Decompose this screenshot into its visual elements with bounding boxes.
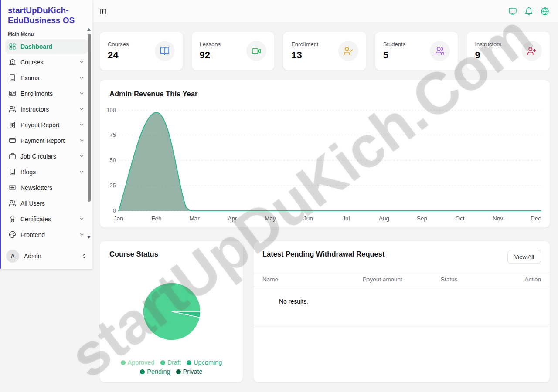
chevron-down-icon (79, 138, 85, 143)
svg-text:Feb: Feb (151, 215, 161, 222)
sidebar-item-label: All Users (20, 200, 45, 207)
column-payout-amount: Payout amount (363, 276, 441, 283)
stat-card-students: Students 5 (375, 31, 459, 71)
sidebar-item-label: Job Circulars (20, 153, 56, 160)
sidebar-toggle-button[interactable] (100, 8, 107, 15)
empty-text: No results. (279, 298, 308, 305)
bell-icon[interactable] (524, 7, 533, 16)
stats-row: Courses 24 Lessons 92 Enrollment 13 (99, 31, 550, 71)
sidebar-item-label: Blogs (20, 169, 36, 176)
id-card-icon (9, 90, 16, 97)
revenue-area-chart: 0 25 50 75 100 Jan Feb Mar Apr May Jun J… (100, 80, 550, 228)
chevron-down-icon (79, 91, 85, 96)
sidebar-item-dashboard[interactable]: Dashboard (5, 39, 88, 54)
sidebar-item-frontend[interactable]: Frontend (5, 227, 88, 242)
sidebar-item-blogs[interactable]: Blogs (5, 165, 88, 179)
sidebar: startUpDuKich-EduBusiness OS Main Menu D… (0, 0, 93, 269)
sidebar-item-payment-report[interactable]: Payment Report (5, 133, 88, 148)
globe-icon[interactable] (541, 7, 549, 16)
sidebar-item-label: Enrollments (20, 90, 53, 97)
avatar: A (6, 250, 19, 263)
school-icon (9, 58, 16, 66)
svg-text:Mar: Mar (189, 215, 200, 222)
sidebar-item-label: Payout Report (20, 122, 60, 128)
stat-value: 92 (200, 50, 221, 61)
chevron-down-icon (79, 59, 85, 65)
users-icon (9, 199, 16, 207)
stat-card-courses: Courses 24 (99, 31, 183, 71)
sidebar-item-instructors[interactable]: Instructors (5, 102, 88, 116)
chevron-down-icon (79, 232, 85, 237)
svg-text:Oct: Oct (455, 215, 464, 222)
svg-text:75: 75 (110, 132, 116, 138)
display-icon[interactable] (508, 7, 517, 16)
stat-label: Courses (108, 41, 129, 47)
sidebar-item-newsletters[interactable]: Newsletters (5, 180, 88, 195)
svg-text:Apr: Apr (228, 215, 237, 222)
sidebar-user-menu[interactable]: A Admin (6, 250, 87, 263)
sidebar-item-certificates[interactable]: Certificates (5, 212, 88, 226)
svg-text:Sep: Sep (417, 215, 427, 222)
legend-label: Upcoming (194, 359, 222, 366)
receipt-icon (9, 121, 16, 128)
svg-text:Jun: Jun (303, 215, 313, 222)
newspaper-icon (9, 184, 16, 191)
withdrawal-title: Latest Pending Withdrawal Request (262, 250, 384, 258)
legend-item-private: Private (176, 368, 203, 375)
sidebar-item-label: Dashboard (20, 43, 52, 50)
revenue-chart-card: Admin Revenue This Year 0 25 50 75 100 J… (99, 80, 550, 228)
palette-icon (9, 231, 16, 238)
svg-text:Aug: Aug (379, 215, 389, 222)
sidebar-item-payout-report[interactable]: Payout Report (5, 118, 88, 132)
sidebar-item-all-users[interactable]: All Users (5, 196, 88, 210)
user-name: Admin (24, 253, 41, 260)
sidebar-item-courses[interactable]: Courses (5, 55, 88, 69)
stat-value: 9 (475, 50, 501, 61)
sidebar-scrollbar-thumb[interactable] (88, 34, 91, 202)
sidebar-item-enrollments[interactable]: Enrollments (5, 86, 88, 101)
svg-text:May: May (265, 215, 276, 222)
layout-dashboard-icon (9, 43, 16, 50)
award-icon (9, 215, 16, 223)
sidebar-nav: Dashboard Courses Exams Enrollment (1, 39, 92, 242)
main-content: Courses 24 Lessons 92 Enrollment 13 (93, 23, 558, 392)
area-fill (119, 112, 541, 211)
panel-left-icon (100, 8, 107, 15)
chevron-down-icon (79, 153, 85, 159)
tablet-icon (9, 74, 16, 81)
svg-text:Jan: Jan (114, 215, 123, 222)
chevron-down-icon (79, 122, 85, 128)
scroll-down-arrow-icon[interactable] (87, 236, 91, 239)
withdrawal-table-header: Name Payout amount Status Action (254, 273, 550, 286)
menu-section-label: Main Menu (8, 31, 85, 37)
legend-label: Draft (167, 359, 181, 366)
svg-text:100: 100 (106, 107, 116, 113)
chevron-down-icon (79, 75, 85, 81)
sidebar-item-label: Certificates (20, 216, 51, 223)
legend-dot (187, 360, 191, 365)
briefcase-icon (9, 152, 16, 160)
credit-card-icon (9, 137, 16, 144)
sidebar-item-label: Courses (20, 59, 43, 66)
stat-card-enrollment: Enrollment 13 (283, 31, 367, 71)
withdrawal-empty-row: No results. (254, 286, 550, 325)
users-icon (9, 105, 16, 113)
legend-item-draft: Draft (160, 359, 181, 366)
sidebar-item-exams[interactable]: Exams (5, 71, 88, 85)
user-check-icon (338, 41, 358, 61)
app-title: startUpDuKich-EduBusiness OS (1, 0, 92, 27)
user-plus-icon (522, 41, 542, 61)
stat-label: Enrollment (291, 41, 318, 47)
sidebar-item-job-circulars[interactable]: Job Circulars (5, 149, 88, 163)
users-icon (430, 41, 450, 61)
svg-text:50: 50 (110, 157, 116, 163)
book-open-icon (155, 41, 175, 61)
stat-card-lessons: Lessons 92 (191, 31, 275, 71)
scroll-up-arrow-icon[interactable] (87, 28, 91, 31)
sidebar-item-label: Payment Report (20, 137, 65, 144)
legend-label: Private (183, 368, 203, 375)
view-all-button[interactable]: View All (507, 250, 541, 264)
pie-legend: Approved Draft Upcoming Pending (100, 359, 243, 375)
sidebar-item-label: Exams (20, 74, 39, 81)
svg-text:25: 25 (110, 182, 116, 189)
